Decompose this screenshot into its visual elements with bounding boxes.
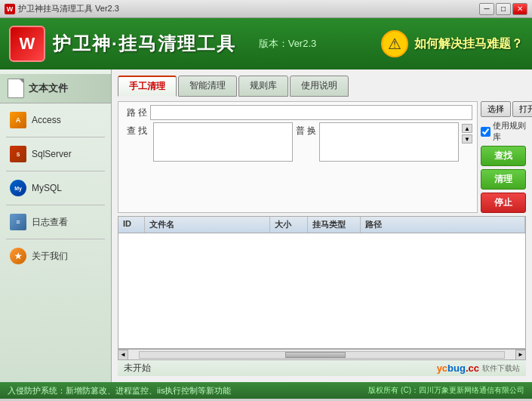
sidebar-item-sqlserver[interactable]: S SqlServer: [0, 140, 111, 168]
path-input[interactable]: [150, 105, 472, 120]
mysql-icon: My: [9, 179, 27, 197]
sidebar-divider-2: [6, 171, 105, 171]
tab-help[interactable]: 使用说明: [290, 76, 349, 97]
sidebar-item-log[interactable]: ≡ 日志查看: [0, 208, 111, 236]
header: W 护卫神·挂马清理工具 版本：Ver2.3 ⚠ 如何解决挂马难题？: [0, 18, 532, 69]
status-text: 未开始: [124, 362, 151, 375]
hscroll-thumb[interactable]: [285, 352, 346, 358]
col-header-size: 大小: [270, 217, 308, 233]
search-replace-row: 查 找 普 换 ▲ ▼: [123, 122, 472, 162]
col-header-id: ID: [118, 217, 145, 233]
tab-bar: 手工清理 智能清理 规则库 使用说明: [118, 76, 526, 97]
search-area: [153, 122, 293, 162]
hscroll-left-btn[interactable]: ◄: [118, 350, 128, 360]
scroll-arrows: ▲ ▼: [462, 124, 472, 143]
tab-smart[interactable]: 智能清理: [178, 76, 237, 97]
header-question: 如何解决挂马难题？: [414, 36, 523, 52]
path-row: 路 径: [123, 105, 472, 120]
use-rules-checkbox[interactable]: [481, 127, 490, 137]
col-header-path: 路径: [361, 217, 525, 233]
title-bar-controls: ─ □ ✕: [479, 3, 527, 15]
results-table: ID 文件名 大小 挂马类型 路径: [118, 216, 526, 349]
use-rules-label: 使用规则库: [493, 120, 526, 143]
sqlserver-icon: S: [9, 145, 27, 163]
status-logo: yc bug .cc 软件下载站: [437, 362, 520, 374]
logo-cc: .cc: [466, 362, 479, 374]
select-button[interactable]: 选择: [481, 101, 511, 117]
log-icon: ≡: [9, 213, 27, 231]
app-title: 护卫神·挂马清理工具: [53, 32, 236, 56]
table-body: [118, 233, 525, 348]
scroll-down-btn[interactable]: ▼: [462, 134, 472, 143]
hscroll-right-btn[interactable]: ►: [515, 350, 526, 360]
scroll-up-btn[interactable]: ▲: [462, 124, 472, 133]
logo-letter: W: [20, 34, 35, 54]
stop-button[interactable]: 停止: [481, 193, 526, 213]
status-bar: 未开始 yc bug .cc 软件下载站: [118, 359, 526, 376]
sidebar-item-label-access: Access: [32, 115, 61, 125]
bottom-marquee: 入侵防护系统：新增防篡改、进程监控、iis执行控制等新功能: [8, 385, 231, 396]
sidebar: 文本文件 A Access S SqlServer My MySQL ≡: [0, 69, 112, 382]
search-textarea[interactable]: [153, 122, 293, 162]
window-title: 护卫神挂马清理工具 Ver2.3: [18, 3, 119, 14]
content-area: 手工清理 智能清理 规则库 使用说明 路 径 查 找 普: [112, 69, 532, 382]
table-header: ID 文件名 大小 挂马类型 路径: [118, 217, 525, 233]
app-icon: W: [5, 4, 15, 14]
right-buttons: 选择 打开 使用规则库 查找 清理 停止: [481, 101, 526, 213]
sidebar-section-label: 文本文件: [29, 82, 68, 95]
logo-site-label: 软件下载站: [482, 363, 520, 374]
form-section: 路 径 查 找 普 换 ▲ ▼: [118, 101, 478, 213]
open-button[interactable]: 打开: [512, 101, 532, 117]
title-bar: W 护卫神挂马清理工具 Ver2.3 ─ □ ✕: [0, 0, 532, 18]
logo-shield-icon: W: [9, 26, 45, 62]
sidebar-item-label-mysql: MySQL: [32, 183, 62, 193]
logo-bug: bug: [447, 362, 466, 374]
hscroll-area: ◄ ►: [118, 349, 526, 359]
close-button[interactable]: ✕: [512, 3, 527, 15]
replace-area: [319, 122, 459, 162]
title-bar-left: W 护卫神挂马清理工具 Ver2.3: [5, 3, 119, 14]
maximize-button[interactable]: □: [496, 3, 511, 15]
version-label: 版本：Ver2.3: [259, 37, 317, 51]
sidebar-item-label-about: 关于我们: [32, 250, 68, 263]
sidebar-section-header: 文本文件: [0, 74, 111, 103]
bottom-copyright: 版权所有 (C)：四川万象更新网络通信有限公司: [368, 385, 524, 396]
sidebar-item-mysql[interactable]: My MySQL: [0, 174, 111, 202]
clear-button[interactable]: 清理: [481, 169, 526, 190]
header-logo: W 护卫神·挂马清理工具 版本：Ver2.3: [9, 26, 316, 62]
sidebar-item-label-sqlserver: SqlServer: [32, 149, 72, 159]
header-right: ⚠ 如何解决挂马难题？: [381, 30, 523, 57]
bottom-bar: 入侵防护系统：新增防篡改、进程监控、iis执行控制等新功能 版权所有 (C)：四…: [0, 382, 532, 399]
minimize-button[interactable]: ─: [479, 3, 494, 15]
main-container: 文本文件 A Access S SqlServer My MySQL ≡: [0, 69, 532, 382]
sidebar-divider-1: [6, 137, 105, 137]
replace-label: 普 换: [296, 125, 316, 137]
access-icon: A: [9, 111, 27, 129]
about-icon: ★: [9, 247, 27, 265]
logo-yc: yc: [437, 362, 447, 374]
search-label: 查 找: [123, 125, 147, 137]
select-open-row: 选择 打开: [481, 101, 526, 117]
sidebar-divider-3: [6, 205, 105, 205]
sidebar-item-access[interactable]: A Access: [0, 106, 111, 134]
sidebar-item-about[interactable]: ★ 关于我们: [0, 242, 111, 270]
col-header-type: 挂马类型: [308, 217, 361, 233]
document-icon: [8, 79, 24, 98]
sidebar-divider-4: [6, 239, 105, 239]
use-rules-row: 使用规则库: [481, 120, 526, 143]
warning-icon: ⚠: [381, 30, 408, 57]
search-button[interactable]: 查找: [481, 146, 526, 166]
hscroll-track[interactable]: [139, 351, 505, 359]
path-label: 路 径: [123, 106, 147, 119]
form-buttons-row: 路 径 查 找 普 换 ▲ ▼: [118, 101, 526, 213]
tab-manual[interactable]: 手工清理: [118, 76, 177, 97]
col-header-filename: 文件名: [145, 217, 270, 233]
replace-textarea[interactable]: [319, 122, 459, 162]
tab-rules[interactable]: 规则库: [238, 76, 288, 97]
sidebar-item-label-log: 日志查看: [32, 216, 68, 229]
